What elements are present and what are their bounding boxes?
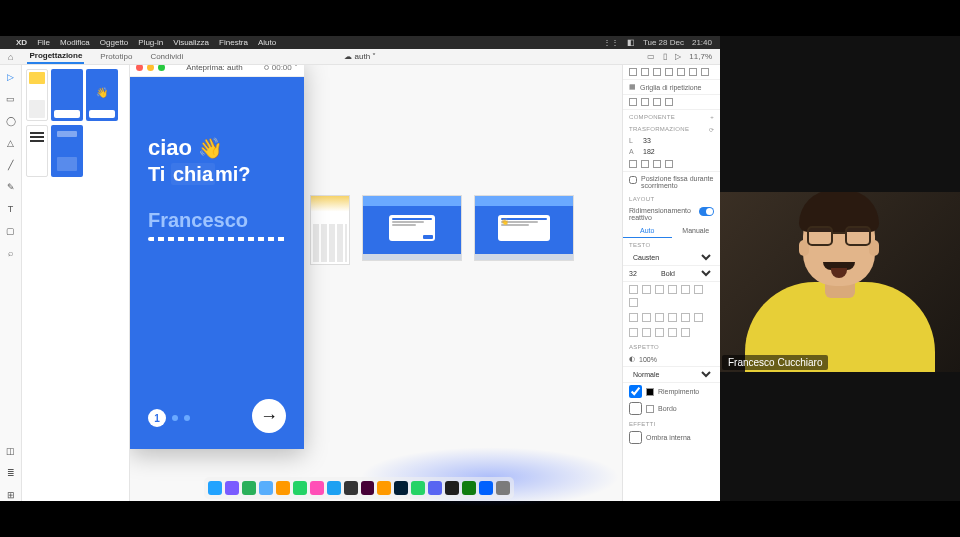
artboard-thumb[interactable] bbox=[26, 125, 48, 177]
preview-window: Anteprima: auth 00:00 ˅ ciao👋 Ti chiami?… bbox=[130, 65, 304, 449]
artboard[interactable] bbox=[310, 195, 350, 265]
tool-rail: ▷ ▭ ◯ △ ╱ ✎ T ▢ ⌕ ◫ ≣ ⊞ bbox=[0, 65, 22, 501]
artboard[interactable]: 👋 bbox=[474, 195, 574, 261]
polygon-tool-icon[interactable]: △ bbox=[5, 137, 17, 149]
menubar-app-name[interactable]: XD bbox=[16, 38, 27, 47]
dock-trash-icon[interactable] bbox=[496, 481, 510, 495]
font-weight-select[interactable]: Bold bbox=[657, 269, 714, 278]
boolean-ops-row[interactable] bbox=[629, 98, 714, 106]
menu-plugin[interactable]: Plug-in bbox=[138, 38, 163, 47]
artboard-thumb[interactable] bbox=[51, 69, 83, 121]
opacity-value[interactable]: 100% bbox=[639, 356, 657, 363]
responsive-toggle[interactable] bbox=[699, 207, 714, 216]
rotate-icon[interactable]: ⟳ bbox=[709, 126, 714, 133]
dock-app-icon[interactable] bbox=[310, 481, 324, 495]
device-desktop-icon[interactable]: ▭ bbox=[647, 52, 655, 61]
play-icon[interactable]: ▷ bbox=[675, 52, 681, 61]
ellipse-tool-icon[interactable]: ◯ bbox=[5, 115, 17, 127]
home-icon[interactable]: ⌂ bbox=[8, 52, 13, 62]
window-zoom-icon[interactable] bbox=[158, 65, 165, 71]
menu-help[interactable]: Aiuto bbox=[258, 38, 276, 47]
window-minimize-icon[interactable] bbox=[147, 65, 154, 71]
font-family-select[interactable]: Causten bbox=[629, 253, 714, 262]
font-size-input[interactable] bbox=[629, 269, 653, 278]
artboard[interactable] bbox=[362, 195, 462, 261]
zoom-tool-icon[interactable]: ⌕ bbox=[5, 247, 17, 259]
next-button[interactable]: → bbox=[252, 399, 286, 433]
speaker-name-tag: Francesco Cucchiaro bbox=[722, 355, 828, 370]
dock-app-icon[interactable] bbox=[428, 481, 442, 495]
speaker-avatar bbox=[745, 192, 935, 372]
border-row[interactable]: Bordo bbox=[623, 400, 720, 417]
fix-position-checkbox[interactable]: Posizione fissa durante scorrimento bbox=[623, 172, 720, 192]
artboard-thumb[interactable] bbox=[86, 69, 118, 121]
repeat-grid-button[interactable]: ▦Griglia di ripetizione bbox=[623, 80, 720, 95]
dock-app-icon[interactable] bbox=[445, 481, 459, 495]
layers-panel-icon[interactable]: ≣ bbox=[5, 467, 17, 479]
artboard-thumb[interactable] bbox=[51, 125, 83, 177]
dock-app-icon[interactable] bbox=[479, 481, 493, 495]
text-options-icons[interactable] bbox=[623, 310, 720, 325]
dock-app-ps-icon[interactable] bbox=[394, 481, 408, 495]
rectangle-tool-icon[interactable]: ▭ bbox=[5, 93, 17, 105]
dock-app-icon[interactable] bbox=[276, 481, 290, 495]
preview-timecode[interactable]: 00:00 ˅ bbox=[264, 65, 298, 72]
fill-row[interactable]: Riempimento bbox=[623, 383, 720, 400]
window-close-icon[interactable] bbox=[136, 65, 143, 71]
artboard-tool-icon[interactable]: ▢ bbox=[5, 225, 17, 237]
menu-file[interactable]: File bbox=[37, 38, 50, 47]
text-align-icons[interactable] bbox=[623, 282, 720, 310]
line-tool-icon[interactable]: ╱ bbox=[5, 159, 17, 171]
dock-app-icon[interactable] bbox=[462, 481, 476, 495]
video-call-panel: Francesco Cucchiaro bbox=[720, 36, 960, 501]
question-text: Ti chiami? bbox=[148, 163, 251, 186]
control-center-icon[interactable]: ◧ bbox=[627, 38, 635, 47]
resize-auto-tab[interactable]: Auto bbox=[623, 224, 672, 238]
design-canvas[interactable]: 👋 Anteprima: auth 00:00 ˅ bbox=[130, 65, 622, 501]
inner-shadow-row[interactable]: Ombra interna bbox=[623, 429, 720, 446]
tab-prototype[interactable]: Prototipo bbox=[98, 50, 134, 63]
device-mobile-icon[interactable]: ▯ bbox=[663, 52, 667, 61]
menubar-date[interactable]: Tue 28 Dec bbox=[643, 38, 684, 47]
plugins-panel-icon[interactable]: ⊞ bbox=[5, 489, 17, 501]
dock-app-icon[interactable] bbox=[411, 481, 425, 495]
flip-icons-row[interactable] bbox=[629, 160, 714, 168]
text-tool-icon[interactable]: T bbox=[5, 203, 17, 215]
add-component-icon[interactable]: + bbox=[710, 114, 714, 120]
menu-view[interactable]: Visualizza bbox=[173, 38, 209, 47]
section-text: TESTO bbox=[623, 238, 720, 250]
pen-tool-icon[interactable]: ✎ bbox=[5, 181, 17, 193]
resize-manual-tab[interactable]: Manuale bbox=[672, 224, 721, 238]
dock-app-icon[interactable] bbox=[208, 481, 222, 495]
align-icons-row[interactable] bbox=[629, 68, 714, 76]
dock-app-icon[interactable] bbox=[242, 481, 256, 495]
menu-window[interactable]: Finestra bbox=[219, 38, 248, 47]
dock-app-icon[interactable] bbox=[327, 481, 341, 495]
dock-app-icon[interactable] bbox=[344, 481, 358, 495]
dock-app-xd-icon[interactable] bbox=[361, 481, 375, 495]
document-title[interactable]: ☁auth ˅ bbox=[344, 52, 377, 61]
name-input[interactable]: Francesco bbox=[148, 209, 248, 232]
speaker-video[interactable]: Francesco Cucchiaro bbox=[720, 192, 960, 372]
menubar-time[interactable]: 21:40 bbox=[692, 38, 712, 47]
preview-phone-artboard[interactable]: ciao👋 Ti chiami? Francesco 1 → bbox=[130, 77, 304, 449]
responsive-label: Ridimensionamento reattivo bbox=[629, 207, 699, 221]
dock-app-icon[interactable] bbox=[225, 481, 239, 495]
dock-app-ai-icon[interactable] bbox=[377, 481, 391, 495]
width-field[interactable]: L33 bbox=[623, 135, 720, 146]
menu-edit[interactable]: Modifica bbox=[60, 38, 90, 47]
text-transform-icons[interactable] bbox=[623, 325, 720, 340]
menu-object[interactable]: Oggetto bbox=[100, 38, 128, 47]
zoom-level[interactable]: 11,7% bbox=[689, 52, 712, 61]
select-tool-icon[interactable]: ▷ bbox=[5, 71, 17, 83]
assets-panel-icon[interactable]: ◫ bbox=[5, 445, 17, 457]
tab-share[interactable]: Condividi bbox=[148, 50, 185, 63]
artboard-thumb[interactable] bbox=[26, 69, 48, 121]
blend-mode-select[interactable]: Normale bbox=[629, 370, 714, 379]
wifi-icon[interactable]: ⋮⋮ bbox=[603, 38, 619, 47]
tab-design[interactable]: Progettazione bbox=[27, 49, 84, 64]
dock-app-icon[interactable] bbox=[293, 481, 307, 495]
height-field[interactable]: A182 bbox=[623, 146, 720, 157]
preview-titlebar[interactable]: Anteprima: auth 00:00 ˅ bbox=[130, 65, 304, 77]
dock-app-icon[interactable] bbox=[259, 481, 273, 495]
